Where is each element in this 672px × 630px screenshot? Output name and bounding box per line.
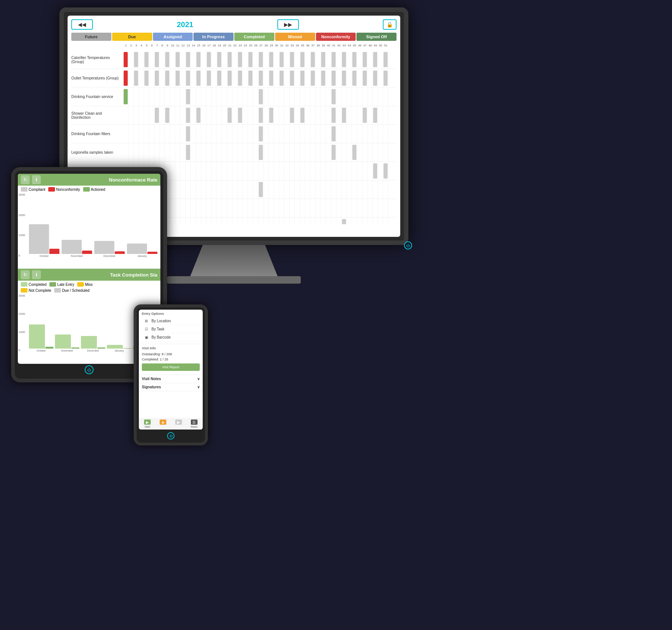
week-cell[interactable] (269, 180, 274, 199)
week-cell[interactable] (378, 125, 383, 143)
week-cell[interactable] (170, 50, 175, 69)
week-cell[interactable] (321, 218, 326, 224)
week-cell[interactable] (243, 143, 248, 161)
week-cell[interactable] (331, 180, 336, 199)
week-cell[interactable] (123, 88, 128, 106)
week-cell[interactable] (238, 125, 243, 143)
panel1-refresh[interactable]: ↻ (21, 175, 30, 184)
week-cell[interactable] (368, 125, 373, 143)
week-cell[interactable] (186, 218, 191, 224)
week-cell[interactable] (284, 125, 290, 143)
week-cell[interactable] (368, 199, 373, 217)
week-cell[interactable] (154, 69, 160, 87)
week-cell[interactable] (310, 218, 316, 224)
week-cell[interactable] (248, 218, 253, 224)
week-cell[interactable] (331, 50, 336, 69)
week-cell[interactable] (321, 69, 326, 87)
week-cell[interactable] (196, 162, 201, 180)
week-cell[interactable] (144, 88, 149, 106)
week-cell[interactable] (300, 88, 305, 106)
week-cell[interactable] (201, 88, 206, 106)
week-cell[interactable] (326, 88, 331, 106)
week-cell[interactable] (165, 125, 170, 143)
week-cell[interactable] (352, 162, 357, 180)
panel2-refresh[interactable]: ↻ (21, 270, 30, 279)
week-cell[interactable] (160, 143, 165, 161)
week-cell[interactable] (175, 199, 180, 217)
week-cell[interactable] (362, 218, 368, 224)
week-cell[interactable] (368, 106, 373, 124)
week-cell[interactable] (279, 180, 284, 199)
week-cell[interactable] (316, 69, 321, 87)
week-cell[interactable] (238, 180, 243, 199)
task-row[interactable] (123, 69, 397, 88)
week-cell[interactable] (212, 199, 217, 217)
week-cell[interactable] (383, 180, 388, 199)
week-cell[interactable] (160, 50, 165, 69)
week-cell[interactable] (378, 88, 383, 106)
week-cell[interactable] (342, 106, 347, 124)
week-cell[interactable] (154, 125, 160, 143)
week-cell[interactable] (352, 125, 357, 143)
week-cell[interactable] (175, 218, 180, 224)
week-cell[interactable] (134, 143, 139, 161)
week-cell[interactable] (186, 180, 191, 199)
panel2-info[interactable]: ℹ (32, 270, 41, 279)
week-cell[interactable] (232, 143, 238, 161)
week-cell[interactable] (123, 143, 128, 161)
status-future[interactable]: Future (71, 33, 111, 41)
task-row[interactable] (123, 50, 397, 69)
week-cell[interactable] (305, 125, 310, 143)
week-cell[interactable] (134, 106, 139, 124)
week-cell[interactable] (362, 106, 368, 124)
week-cell[interactable] (201, 125, 206, 143)
week-cell[interactable] (357, 50, 362, 69)
week-cell[interactable] (170, 88, 175, 106)
task-row[interactable] (123, 88, 397, 106)
week-cell[interactable] (305, 218, 310, 224)
week-cell[interactable] (336, 106, 342, 124)
week-cell[interactable] (347, 218, 352, 224)
week-cell[interactable] (222, 125, 227, 143)
week-cell[interactable] (378, 162, 383, 180)
week-cell[interactable] (300, 218, 305, 224)
week-cell[interactable] (201, 199, 206, 217)
week-cell[interactable] (373, 69, 378, 87)
week-cell[interactable] (342, 162, 347, 180)
week-cell[interactable] (180, 143, 186, 161)
week-cell[interactable] (352, 143, 357, 161)
week-cell[interactable] (258, 69, 264, 87)
week-cell[interactable] (284, 106, 290, 124)
week-cell[interactable] (253, 199, 258, 217)
week-cell[interactable] (342, 143, 347, 161)
week-cell[interactable] (310, 125, 316, 143)
week-cell[interactable] (316, 50, 321, 69)
week-cell[interactable] (368, 162, 373, 180)
week-cell[interactable] (352, 199, 357, 217)
week-cell[interactable] (134, 69, 139, 87)
week-cell[interactable] (357, 88, 362, 106)
week-cell[interactable] (290, 106, 295, 124)
week-cell[interactable] (378, 180, 383, 199)
week-cell[interactable] (248, 50, 253, 69)
week-cell[interactable] (238, 218, 243, 224)
week-cell[interactable] (305, 199, 310, 217)
week-cell[interactable] (352, 106, 357, 124)
week-cell[interactable] (295, 143, 300, 161)
week-cell[interactable] (368, 143, 373, 161)
week-cell[interactable] (253, 88, 258, 106)
week-cell[interactable] (186, 199, 191, 217)
week-cell[interactable] (342, 180, 347, 199)
week-cell[interactable] (149, 50, 154, 69)
week-cell[interactable] (154, 88, 160, 106)
week-cell[interactable] (222, 180, 227, 199)
week-cell[interactable] (175, 69, 180, 87)
week-cell[interactable] (160, 125, 165, 143)
week-cell[interactable] (123, 106, 128, 124)
week-cell[interactable] (253, 143, 258, 161)
week-cell[interactable] (279, 88, 284, 106)
week-cell[interactable] (310, 69, 316, 87)
week-cell[interactable] (362, 199, 368, 217)
week-cell[interactable] (300, 180, 305, 199)
week-cell[interactable] (357, 218, 362, 224)
